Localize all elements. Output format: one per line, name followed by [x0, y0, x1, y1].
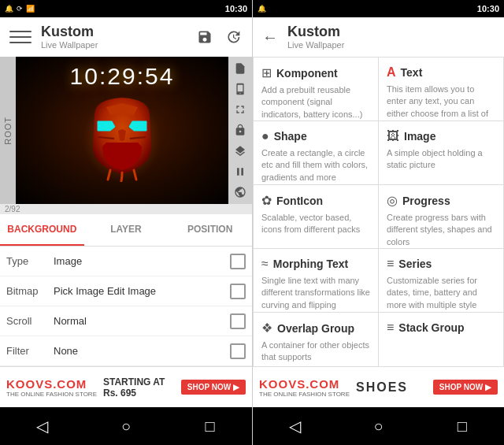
series-title: Series [398, 258, 432, 270]
right-status-bar: 🔔 10:30 [253, 0, 504, 17]
overlap-title: Overlap Group [277, 322, 354, 335]
save-button[interactable] [195, 28, 214, 46]
item-progress[interactable]: ◎ Progress Create progress bars with dif… [379, 185, 503, 248]
edit-image-button[interactable]: Edit Image [107, 285, 156, 297]
left-nav-back[interactable]: ◁ [26, 410, 57, 442]
right-ad-banner: KOOVS.COM THE ONLINE FASHION STORE SHOES… [253, 366, 504, 407]
left-ad-logo-main: KOOVS.COM [6, 377, 87, 391]
morphing-icon: ≈ [261, 257, 269, 271]
prop-type-value: Image [54, 255, 230, 267]
back-button[interactable]: ← [262, 28, 278, 46]
tab-layer[interactable]: LAYER [84, 214, 169, 246]
left-status-bar: 🔔 ⟳ 📶 10:30 [0, 0, 252, 17]
root-label: Root [0, 57, 16, 204]
props-list: Type Image Bitmap Pick Image Edit Image … [0, 247, 252, 366]
prop-scroll-checkbox[interactable] [230, 313, 246, 329]
right-status-icon1: 🔔 [258, 5, 266, 13]
layer-count: 2/92 [0, 204, 252, 214]
shape-title: Shape [274, 130, 307, 143]
pick-image-button[interactable]: Pick Image [54, 285, 104, 297]
item-stack[interactable]: ≡ Stack Group [379, 313, 503, 366]
lock-tool[interactable] [231, 123, 250, 137]
image-title: Image [404, 130, 435, 143]
layers-tool[interactable] [231, 144, 250, 158]
items-grid: ⊞ Komponent Add a prebuilt reusable comp… [253, 57, 504, 366]
right-nav-bar: ◁ ○ □ [253, 407, 504, 445]
morphing-title: Morphing Text [273, 258, 348, 270]
left-ad-headline: STARTING AT Rs. 695 [103, 376, 181, 399]
left-ad-text: STARTING AT Rs. 695 [97, 376, 181, 399]
progress-title: Progress [402, 195, 450, 207]
prop-type-checkbox[interactable] [230, 254, 246, 269]
left-app-title: Kustom Live Wallpaper [41, 24, 195, 50]
history-button[interactable] [224, 28, 243, 46]
right-ad-logo: KOOVS.COM THE ONLINE FASHION STORE [259, 377, 350, 398]
item-overlap[interactable]: ❖ Overlap Group A container for other ob… [254, 313, 378, 366]
shape-desc: Create a rectangle, a circle etc and fil… [261, 147, 370, 184]
right-app-subtitle: Live Wallpaper [287, 40, 495, 50]
page-tool[interactable] [231, 61, 250, 76]
tab-background[interactable]: BACKGROUND [0, 214, 84, 246]
left-status-icon3: 📶 [26, 5, 35, 13]
bottom-props: 2/92 BACKGROUND LAYER POSITION Type Imag… [0, 204, 252, 366]
prop-type-label: Type [6, 255, 54, 267]
item-morphing[interactable]: ≈ Morphing Text Single line text with ma… [254, 249, 378, 312]
pause-tool[interactable] [231, 165, 250, 179]
progress-desc: Create progress bars with different styl… [387, 212, 495, 248]
expand-tool[interactable] [231, 102, 250, 117]
text-icon: A [387, 65, 396, 80]
item-shape[interactable]: ● Shape Create a rectangle, a circle etc… [254, 121, 378, 184]
item-text[interactable]: A Text This item allows you to enter any… [379, 57, 503, 121]
item-fonticon[interactable]: ✿ FontIcon Scalable, vector based, icons… [254, 185, 378, 248]
right-nav-back[interactable]: ◁ [279, 410, 310, 442]
prop-filter-checkbox[interactable] [230, 343, 246, 359]
right-app-title: Kustom Live Wallpaper [287, 24, 495, 50]
root-label-text: Root [3, 117, 13, 145]
prop-scroll-label: Scroll [6, 315, 54, 327]
globe-tool[interactable] [231, 185, 250, 199]
tab-bar: BACKGROUND LAYER POSITION [0, 214, 252, 247]
komponent-title: Komponent [276, 67, 338, 80]
ironman-mask [79, 91, 165, 182]
prop-scroll-value: Normal [54, 315, 230, 327]
menu-button[interactable] [9, 31, 32, 43]
prop-bitmap-checkbox[interactable] [230, 284, 246, 299]
prop-bitmap-label: Bitmap [6, 285, 54, 297]
prop-filter-value: None [54, 345, 230, 357]
left-status-icon2: ⟳ [17, 5, 23, 13]
fonticon-title: FontIcon [276, 195, 323, 207]
right-app-name: Kustom [287, 24, 495, 40]
stack-icon: ≡ [387, 321, 394, 335]
right-ad-text: SHOES [350, 380, 433, 395]
image-icon: 🖼 [387, 129, 399, 143]
right-ad-logo-main: KOOVS.COM [259, 377, 339, 391]
wallpaper-canvas[interactable]: 10:29:54 [16, 57, 228, 204]
tab-position[interactable]: POSITION [168, 214, 252, 246]
clock-display: 10:29:54 [70, 63, 175, 90]
komponent-icon: ⊞ [261, 65, 272, 80]
left-toolbar: Kustom Live Wallpaper [0, 17, 252, 57]
left-nav-recent[interactable]: □ [195, 410, 226, 442]
left-app-name: Kustom [41, 24, 195, 40]
screen-tool[interactable] [231, 82, 250, 96]
prop-filter-label: Filter [6, 345, 54, 357]
left-nav-home[interactable]: ○ [110, 410, 142, 442]
left-ad-cta[interactable]: SHOP NOW ▶ [181, 380, 246, 395]
shape-icon: ● [261, 129, 269, 143]
series-icon: ≡ [387, 257, 394, 271]
text-title: Text [401, 66, 423, 79]
left-app-subtitle: Live Wallpaper [41, 40, 195, 50]
stack-title: Stack Group [398, 321, 464, 334]
right-nav-home[interactable]: ○ [362, 410, 394, 442]
right-nav-recent[interactable]: □ [447, 410, 478, 442]
item-series[interactable]: ≡ Series Customizable series for dates, … [379, 249, 503, 312]
item-komponent[interactable]: ⊞ Komponent Add a prebuilt reusable comp… [254, 57, 378, 121]
left-ad-logo: KOOVS.COM THE ONLINE FASHION STORE [6, 377, 97, 398]
fonticon-desc: Scalable, vector based, icons from diffe… [261, 212, 370, 236]
right-toolbar: ← Kustom Live Wallpaper [253, 17, 504, 57]
left-ad-logo-sub: THE ONLINE FASHION STORE [6, 391, 97, 398]
prop-bitmap: Bitmap Pick Image Edit Image [0, 276, 252, 306]
item-image[interactable]: 🖼 Image A simple object holding a static… [379, 121, 503, 184]
prop-filter: Filter None [0, 336, 252, 366]
right-ad-cta[interactable]: SHOP NOW ▶ [433, 380, 498, 395]
